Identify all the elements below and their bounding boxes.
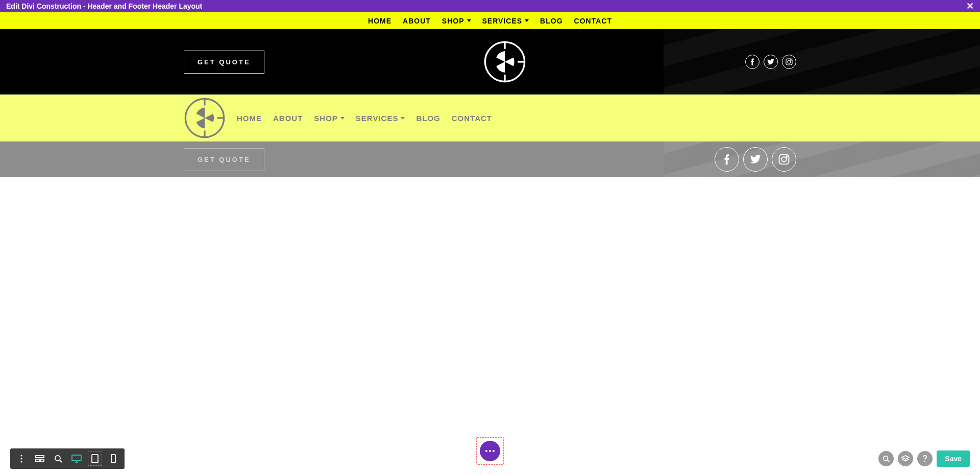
close-icon[interactable]: ✕ <box>966 2 974 11</box>
chevron-down-icon <box>467 19 471 22</box>
svg-point-28 <box>489 450 491 452</box>
menu-dots-icon[interactable] <box>12 449 31 468</box>
nav-secondary-blog[interactable]: BLOG <box>416 114 440 123</box>
chevron-down-icon <box>401 117 405 120</box>
nav-primary-shop[interactable]: SHOP <box>442 17 471 25</box>
zoom-icon[interactable] <box>49 449 67 468</box>
editor-bottom-bar: Save <box>0 448 980 469</box>
chevron-down-icon <box>525 19 529 22</box>
editor-view-controls <box>10 448 125 469</box>
editor-title: Edit Divi Construction - Header and Foot… <box>6 2 202 10</box>
svg-point-13 <box>786 156 788 157</box>
svg-rect-18 <box>36 459 39 462</box>
svg-point-16 <box>20 461 22 462</box>
strip-grey: GET QUOTE <box>0 141 980 177</box>
svg-point-12 <box>781 157 786 161</box>
nav-secondary-about[interactable]: ABOUT <box>273 114 303 123</box>
hero-black: GET QUOTE <box>0 29 980 94</box>
facebook-icon[interactable] <box>745 55 760 69</box>
svg-point-6 <box>791 60 792 61</box>
nav-secondary-shop[interactable]: SHOP <box>314 114 345 123</box>
svg-point-27 <box>485 450 487 452</box>
layers-icon[interactable] <box>898 451 913 466</box>
svg-point-29 <box>493 450 495 452</box>
phone-view-icon[interactable] <box>104 449 122 468</box>
expand-menu-button[interactable] <box>480 441 500 461</box>
facebook-icon[interactable] <box>715 147 739 172</box>
logo-grey-icon <box>184 97 226 139</box>
svg-line-31 <box>888 460 890 462</box>
svg-point-15 <box>20 458 22 459</box>
add-section-wrapper <box>476 437 504 465</box>
svg-rect-25 <box>92 455 98 463</box>
twitter-icon[interactable] <box>764 55 778 69</box>
editor-center-controls <box>476 437 504 465</box>
desktop-view-icon[interactable] <box>67 449 86 468</box>
tablet-view-icon[interactable] <box>86 449 104 468</box>
nav-primary-blog[interactable]: BLOG <box>540 17 562 25</box>
nav-secondary-home[interactable]: HOME <box>237 114 262 123</box>
instagram-icon[interactable] <box>772 147 796 172</box>
editor-right-controls: Save <box>878 450 970 467</box>
get-quote-button-grey[interactable]: GET QUOTE <box>184 148 264 171</box>
svg-rect-26 <box>111 455 115 463</box>
wireframe-icon[interactable] <box>31 449 49 468</box>
svg-rect-22 <box>72 455 81 461</box>
instagram-icon[interactable] <box>782 55 796 69</box>
twitter-icon[interactable] <box>743 147 768 172</box>
svg-point-30 <box>884 456 888 461</box>
svg-line-21 <box>60 460 62 462</box>
chevron-down-icon <box>340 117 345 120</box>
help-icon[interactable] <box>917 451 933 466</box>
nav-secondary: HOME ABOUT SHOP SERVICES BLOG CONTACT <box>0 94 980 141</box>
nav-primary-services[interactable]: SERVICES <box>482 17 529 25</box>
nav-primary-about[interactable]: ABOUT <box>403 17 431 25</box>
nav-primary: HOME ABOUT SHOP SERVICES BLOG CONTACT <box>0 12 980 29</box>
save-button[interactable]: Save <box>937 450 970 467</box>
social-links-hero <box>745 55 796 69</box>
svg-point-5 <box>788 60 791 63</box>
svg-rect-17 <box>36 456 44 458</box>
nav-primary-home[interactable]: HOME <box>368 17 391 25</box>
svg-rect-19 <box>40 459 44 462</box>
logo-icon <box>483 40 526 83</box>
nav-secondary-contact[interactable]: CONTACT <box>452 114 492 123</box>
nav-secondary-services[interactable]: SERVICES <box>356 114 405 123</box>
social-links-grey <box>715 147 796 172</box>
svg-point-20 <box>55 456 60 461</box>
svg-point-14 <box>20 455 22 456</box>
nav-primary-contact[interactable]: CONTACT <box>574 17 612 25</box>
search-settings-icon[interactable] <box>878 451 894 466</box>
editor-top-bar: Edit Divi Construction - Header and Foot… <box>0 0 980 12</box>
get-quote-button[interactable]: GET QUOTE <box>184 51 264 74</box>
